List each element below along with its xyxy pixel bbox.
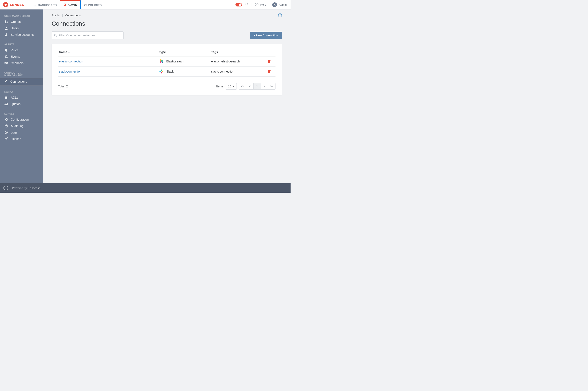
- svg-rect-29: [159, 71, 161, 72]
- sidebar-item-channels[interactable]: Channels: [0, 60, 43, 66]
- page-prev-button[interactable]: <: [246, 83, 253, 90]
- theme-toggle[interactable]: [236, 3, 242, 6]
- user-name: Admin: [279, 3, 287, 6]
- lock-icon: [4, 96, 8, 99]
- delete-icon[interactable]: [268, 70, 270, 73]
- help-icon: ?: [255, 3, 258, 6]
- page-last-button[interactable]: >>: [268, 83, 275, 90]
- topbar: LENSES DASHBOARD ADMIN POLICIES ? Help A…: [0, 0, 291, 9]
- brand[interactable]: LENSES: [3, 0, 24, 9]
- svg-rect-27: [162, 71, 163, 72]
- gauge-icon: [4, 103, 8, 105]
- svg-rect-0: [34, 5, 34, 6]
- page-first-button[interactable]: <<: [239, 83, 246, 90]
- th-name[interactable]: Name↑↓: [58, 48, 158, 56]
- sidebar-item-service-accounts[interactable]: Service accounts: [0, 31, 43, 38]
- svg-point-11: [5, 20, 6, 22]
- sidebar-item-users[interactable]: Users: [0, 25, 43, 31]
- svg-rect-2: [36, 5, 36, 6]
- filter-input-wrapper[interactable]: [52, 31, 124, 39]
- top-tabs: DASHBOARD ADMIN POLICIES: [31, 0, 105, 9]
- elasticsearch-icon: [159, 59, 164, 64]
- bell-solid-icon: [4, 49, 8, 52]
- footer-link[interactable]: Lenses.io: [28, 187, 40, 190]
- breadcrumb: Admin ❯ Connections ?: [52, 13, 282, 17]
- connection-link[interactable]: slack-connection: [59, 70, 81, 73]
- sidebar-item-events[interactable]: Events: [0, 53, 43, 60]
- tab-dashboard-label: DASHBOARD: [38, 3, 57, 7]
- sidebar-item-audit-log[interactable]: Audit Log: [0, 123, 43, 129]
- bell-outline-icon: [4, 55, 8, 58]
- items-label: Items: [216, 85, 223, 88]
- sidebar-item-label: Channels: [11, 61, 23, 65]
- tab-dashboard[interactable]: DASHBOARD: [31, 0, 60, 9]
- sidebar-item-configuration[interactable]: Configuration: [0, 116, 43, 123]
- connection-type: Slack: [166, 70, 174, 73]
- sidebar-item-quotas[interactable]: Quotas: [0, 101, 43, 107]
- brand-logo-icon: [3, 2, 8, 7]
- connections-card: Name↑↓ Type↑↓ Tags elastic-connection: [52, 44, 282, 95]
- brand-name: LENSES: [10, 3, 24, 6]
- divider: [252, 3, 252, 7]
- sidebar-item-label: Quotas: [11, 102, 20, 106]
- user-menu[interactable]: A Admin: [272, 2, 287, 7]
- sidebar-item-acls[interactable]: ACLs: [0, 94, 43, 101]
- total-count: Total: 2: [58, 85, 68, 88]
- svg-rect-28: [161, 72, 162, 73]
- svg-rect-3: [34, 6, 37, 6]
- svg-rect-6: [84, 5, 85, 6]
- sidebar-item-license[interactable]: License: [0, 136, 43, 142]
- filter-input[interactable]: [59, 34, 121, 37]
- sidebar-section-user-management: USER MANAGEMENT: [0, 12, 43, 18]
- sidebar-item-label: License: [11, 137, 21, 141]
- back-icon[interactable]: ←: [3, 186, 8, 190]
- th-type[interactable]: Type↑↓: [158, 48, 210, 56]
- sidebar-item-label: Rules: [11, 48, 18, 52]
- sort-icon: ↑↓: [67, 51, 70, 54]
- sidebar-item-logs[interactable]: Logs: [0, 129, 43, 136]
- page-help-icon[interactable]: ?: [278, 13, 282, 17]
- connections-table: Name↑↓ Type↑↓ Tags elastic-connection: [58, 48, 275, 77]
- user-icon: [4, 27, 8, 30]
- link-icon: [4, 62, 8, 64]
- table-row: elastic-connection Elasticsearch: [58, 56, 275, 67]
- avatar: A: [272, 2, 277, 7]
- page-size-select[interactable]: 20 ▼: [226, 83, 237, 90]
- sidebar-item-label: Connections: [10, 80, 27, 83]
- connection-type: Elasticsearch: [166, 60, 184, 63]
- id-card-icon: [84, 3, 87, 6]
- sidebar-item-label: ACLs: [11, 96, 18, 99]
- group-icon: [4, 20, 8, 23]
- sidebar-section-alerts: ALERTS: [0, 41, 43, 47]
- tab-policies[interactable]: POLICIES: [81, 0, 105, 9]
- svg-text:?: ?: [256, 4, 257, 6]
- notifications-icon[interactable]: [245, 3, 249, 6]
- footer-prefix: Powered by:: [12, 187, 28, 190]
- svg-point-23: [161, 60, 163, 62]
- delete-icon[interactable]: [268, 60, 270, 63]
- page-next-button[interactable]: >: [261, 83, 268, 90]
- sidebar-item-label: Logs: [11, 131, 17, 134]
- breadcrumb-parent[interactable]: Admin: [52, 14, 60, 17]
- sidebar-item-connections[interactable]: Connections: [0, 78, 43, 85]
- tab-policies-label: POLICIES: [88, 3, 102, 7]
- svg-point-20: [5, 139, 6, 140]
- tab-admin-label: ADMIN: [68, 3, 77, 6]
- sidebar-item-groups[interactable]: Groups: [0, 18, 43, 25]
- help-label: Help: [260, 3, 266, 6]
- connection-link[interactable]: elastic-connection: [59, 60, 83, 63]
- help-link[interactable]: ? Help: [255, 3, 266, 6]
- svg-rect-7: [85, 4, 86, 5]
- tab-admin[interactable]: ADMIN: [60, 0, 81, 9]
- svg-rect-8: [85, 5, 86, 5]
- th-tags[interactable]: Tags: [210, 48, 267, 56]
- sidebar-item-label: Events: [11, 55, 20, 58]
- table-row: slack-connection Slack slack,: [58, 67, 275, 77]
- caret-down-icon: ▼: [233, 85, 234, 88]
- new-connection-button[interactable]: + New Connection: [250, 32, 282, 39]
- pagination: Items 20 ▼ << < 1 > >>: [216, 83, 275, 90]
- page-number-button[interactable]: 1: [253, 83, 261, 90]
- connection-tags: elastic, elastic-search: [210, 56, 267, 67]
- sidebar-item-rules[interactable]: Rules: [0, 47, 43, 53]
- slack-icon: [159, 69, 164, 74]
